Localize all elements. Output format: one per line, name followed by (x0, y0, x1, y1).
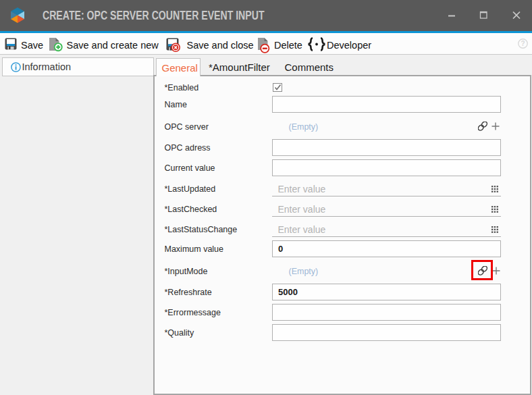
svg-text:?: ? (521, 40, 525, 47)
